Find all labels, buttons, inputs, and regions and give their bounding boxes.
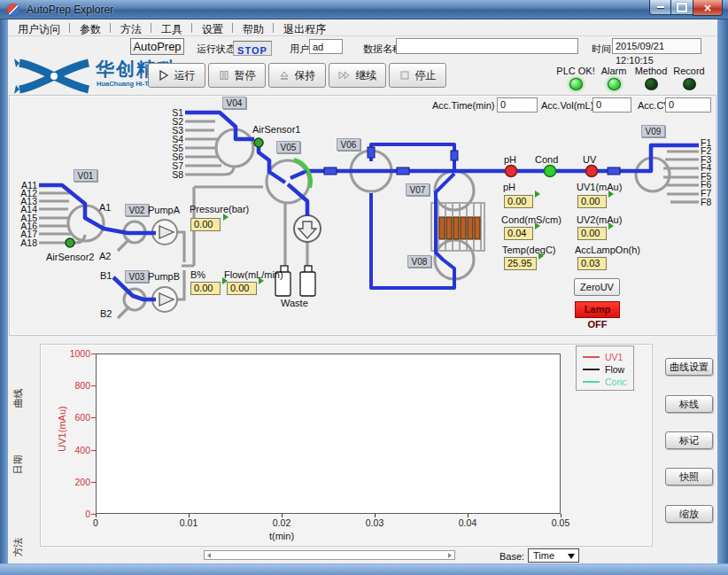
scroll-right-icon[interactable] [448, 553, 452, 558]
y-tick: 800 [64, 380, 90, 391]
menu-settings[interactable]: 设置 [192, 19, 233, 35]
menu-tools[interactable]: 工具 [151, 19, 192, 35]
port-b1-label: B1 [100, 270, 112, 282]
acc-vol-label: Acc.Vol(mL) [541, 100, 593, 112]
temp-arrow-icon [538, 253, 544, 260]
inlet-a18: A18 [14, 237, 37, 249]
hold-icon [279, 70, 290, 81]
y-tick: 1000 [64, 348, 90, 359]
b-percent-label: B% [190, 269, 205, 281]
flow-legend-swatch [583, 369, 600, 370]
side-tab-curve[interactable]: 曲线 [12, 381, 25, 416]
inlet-s8: S8 [162, 169, 183, 181]
plc-led [569, 78, 583, 90]
marker-line-button[interactable]: 标线 [665, 395, 713, 413]
uv2-readout-value: 0.00 [577, 227, 607, 240]
side-tab-method[interactable]: 方法 [12, 530, 25, 565]
resume-button[interactable]: 继续 [329, 63, 386, 88]
flow-legend-label: Flow [605, 364, 624, 375]
close-button[interactable]: × [693, 0, 723, 16]
side-tab-date[interactable]: 日期 [12, 447, 25, 483]
zoom-button[interactable]: 缩放 [665, 505, 713, 523]
window-controls: × [649, 0, 723, 16]
acc-time-value: 0 [497, 97, 538, 113]
outlet-f8: F8 [701, 197, 711, 208]
menu-method[interactable]: 方法 [111, 19, 151, 35]
x-tick: 0.05 [543, 517, 578, 528]
base-dropdown-value: Time [533, 550, 554, 561]
uv2-arrow-icon [608, 222, 614, 229]
pause-button-label: 暂停 [235, 68, 256, 83]
conc-legend-swatch [583, 381, 600, 383]
stop-icon [399, 70, 410, 81]
record-indicator: Record [664, 66, 714, 90]
hold-button[interactable]: 保持 [268, 63, 326, 88]
autoprep-window: { "window": { "title": "AutoPrep Explore… [0, 0, 728, 575]
uv-dot-label: UV [583, 154, 596, 166]
run-button-label: 运行 [174, 68, 196, 83]
cond-readout-value: 0.04 [504, 227, 533, 240]
port-a2-label: A2 [99, 251, 111, 262]
x-tick: 0.03 [357, 517, 392, 528]
valve-label-v02: V02 [125, 204, 149, 216]
uv1-legend-label: UV1 [605, 352, 623, 362]
waste-label: Waste [281, 298, 308, 309]
valve-label-v01: V01 [74, 169, 97, 182]
base-dropdown[interactable]: Time [528, 548, 579, 563]
uv1-readout-label: UV1(mAu) [577, 182, 622, 193]
user-label: 用户 [290, 43, 309, 55]
window-border-bottom [0, 563, 728, 575]
curve-settings-button[interactable]: 曲线设置 [665, 358, 713, 376]
chart-scrollbar[interactable] [204, 550, 455, 560]
air-sensor2-label: AirSensor2 [46, 252, 94, 263]
resume-button-label: 继续 [356, 68, 377, 83]
menu-parameters[interactable]: 参数 [70, 19, 111, 35]
data-name-input[interactable] [396, 38, 578, 54]
temp-readout-value: 25.95 [504, 257, 537, 270]
x-tick: 0.02 [264, 517, 299, 528]
scroll-left-icon[interactable] [207, 553, 211, 558]
uv2-readout-label: UV2(mAu) [577, 214, 622, 226]
y-axis-label: UV1(mAu) [57, 385, 67, 473]
pump-b-label: PumpB [148, 271, 180, 283]
plot-area[interactable] [96, 354, 561, 514]
snapshot-button[interactable]: 快照 [665, 468, 713, 486]
minimize-icon [657, 6, 664, 8]
valve-label-v03: V03 [125, 270, 149, 283]
menu-exit[interactable]: 退出程序 [274, 19, 336, 35]
chart-legend: UV1 Flow Conc [576, 346, 634, 391]
pump-a-label: PumpA [148, 205, 180, 216]
acc-lamp-label: AccLampOn(h) [575, 245, 640, 256]
run-status-label: 运行状态 [197, 43, 236, 55]
y-tick: 200 [64, 477, 90, 487]
menu-user-access[interactable]: 用户访问 [8, 19, 70, 35]
maximize-button[interactable] [671, 0, 693, 15]
x-tick: 0.04 [450, 517, 485, 528]
menu-help[interactable]: 帮助 [233, 19, 274, 35]
autoprep-badge[interactable]: AutoPrep [130, 38, 184, 55]
air-sensor1-label: AirSensor1 [252, 124, 300, 136]
stop-button[interactable]: 停止 [389, 63, 446, 88]
zero-uv-button[interactable]: ZeroUV [574, 278, 620, 296]
minimize-button[interactable] [649, 0, 671, 15]
flow-rate-label: Flow(mL/min) [224, 269, 283, 281]
user-input[interactable] [309, 39, 343, 54]
window-title: AutoPrep Explorer [27, 4, 113, 16]
lamp-off-button[interactable]: Lamp OFF [575, 301, 620, 318]
x-axis-label: t(min) [255, 531, 308, 541]
window-border-right [717, 19, 728, 575]
mark-button[interactable]: 标记 [665, 431, 713, 449]
acc-cv-value: 0 [665, 97, 711, 113]
cond-readout-label: Cond(mS/cm) [501, 214, 561, 226]
method-led [645, 78, 658, 90]
flow-rate-value: 0.00 [227, 282, 257, 295]
port-a1-label: A1 [99, 202, 111, 214]
ph-readout-label: pH [503, 182, 515, 193]
title-bar[interactable]: AutoPrep Explorer [0, 0, 728, 19]
pause-button[interactable]: 暂停 [208, 63, 266, 88]
close-icon: × [703, 3, 712, 13]
time-value: 2015/09/21 12:10:15 [612, 38, 701, 54]
run-button[interactable]: 运行 [148, 63, 205, 88]
record-led [683, 78, 696, 90]
alarm-led [608, 78, 621, 90]
